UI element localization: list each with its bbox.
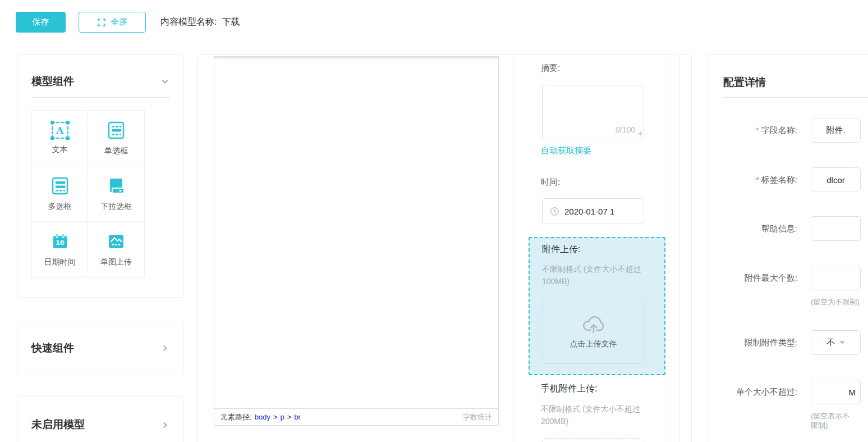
tag-name-label: *标签名称:	[708, 175, 797, 185]
editor-content-area[interactable]	[214, 59, 498, 408]
quick-components-panel[interactable]: 快速组件	[17, 321, 184, 375]
component-item-text[interactable]: A 文本	[32, 111, 88, 166]
auto-summary-link[interactable]: 自动获取摘要	[541, 145, 591, 156]
upload-dropzone[interactable]: 点击上传文件	[543, 299, 644, 364]
chevron-right-icon[interactable]	[160, 344, 169, 353]
model-canvas-panel: 元素路径: body > p > br 字数统计 摘要: 0/100 自动获取摘	[198, 54, 692, 442]
save-button[interactable]: 保存	[16, 12, 66, 33]
required-marker: *	[756, 125, 759, 135]
model-name-label: 内容模型名称:	[160, 16, 217, 28]
dropdown-select-icon	[107, 176, 126, 195]
disabled-models-title: 未启用模型	[31, 417, 85, 432]
model-components-title: 模型组件	[31, 74, 74, 89]
fullscreen-label: 全屏	[111, 17, 127, 28]
fullscreen-button[interactable]: 全屏	[79, 12, 146, 33]
help-info-input[interactable]	[811, 216, 861, 241]
max-size-label: 单个大小不超过:	[708, 387, 797, 398]
max-size-hint: (留空表示不限制)	[811, 411, 853, 430]
mobile-attachment-label: 手机附件上传:	[541, 383, 597, 395]
cloud-upload-icon	[581, 314, 606, 334]
image-upload-icon	[107, 232, 126, 251]
component-label: 文本	[52, 145, 68, 155]
upload-button-text: 点击上传文件	[570, 339, 617, 349]
required-marker: *	[756, 175, 759, 184]
summary-textarea[interactable]	[542, 85, 644, 139]
config-row-max-size: 单个大小不超过:	[708, 380, 861, 404]
element-path-br-link[interactable]: br	[294, 413, 301, 421]
divider	[668, 55, 668, 442]
config-row-help-info: 帮助信息:	[708, 216, 861, 241]
resize-handle-icon[interactable]	[637, 127, 642, 138]
fullscreen-icon	[97, 18, 106, 27]
divider	[679, 55, 680, 442]
disabled-models-panel[interactable]: 未启用模型	[17, 397, 184, 442]
max-attachments-hint: (留空为不限制)	[811, 297, 860, 307]
component-item-datetime[interactable]: 10 日期时间	[32, 222, 88, 277]
attachment-type-value: 不	[827, 338, 835, 348]
config-row-attachment-type: 限制附件类型: 不	[708, 330, 861, 355]
divider	[31, 97, 169, 98]
help-info-label: 帮助信息:	[708, 224, 797, 234]
config-row-tag-name: *标签名称:	[708, 167, 861, 192]
component-label: 下拉选框	[100, 202, 132, 212]
config-row-field-name: *字段名称:	[708, 118, 861, 143]
component-label: 单选框	[104, 146, 128, 156]
time-value: 2020-01-07 1	[564, 207, 614, 216]
component-label: 多选框	[48, 202, 72, 212]
max-size-input[interactable]	[811, 380, 861, 404]
attachment-type-label: 限制附件类型:	[708, 338, 797, 348]
divider	[723, 97, 868, 98]
path-separator: >	[287, 413, 292, 421]
editor-status-bar: 元素路径: body > p > br 字数统计	[214, 408, 498, 425]
field-name-label: *字段名称:	[708, 125, 797, 136]
element-path-p-link[interactable]: p	[280, 413, 284, 421]
time-picker-input[interactable]: 2020-01-07 1	[542, 198, 644, 224]
path-separator: >	[273, 413, 278, 421]
rich-text-editor: 元素路径: body > p > br 字数统计	[214, 56, 499, 426]
element-path-body-link[interactable]: body	[255, 413, 270, 421]
model-components-panel: 模型组件 A 文本	[17, 54, 184, 298]
divider	[513, 55, 513, 442]
attachment-upload-hint: 不限制格式 (文件大小不超过100MB)	[542, 263, 653, 288]
caret-down-icon	[839, 341, 845, 344]
toolbar: 保存 全屏 内容模型名称: 下载	[16, 12, 240, 33]
config-title: 配置详情	[723, 75, 766, 90]
model-name-value: 下载	[222, 16, 240, 28]
config-row-max-attachments: 附件最大个数:	[708, 266, 861, 290]
model-name: 内容模型名称: 下载	[160, 16, 240, 28]
component-label: 单图上传	[100, 257, 132, 267]
component-item-radio[interactable]: 单选框	[88, 111, 144, 166]
attachment-upload-field-selected[interactable]: 附件上传: 不限制格式 (文件大小不超过100MB) 点击上传文件	[529, 237, 665, 375]
word-count-button[interactable]: 字数统计	[463, 412, 492, 422]
component-item-dropdown[interactable]: 下拉选框	[88, 166, 144, 222]
tag-name-input[interactable]	[811, 167, 861, 192]
chevron-right-icon[interactable]	[160, 421, 169, 430]
clock-icon	[550, 207, 559, 216]
svg-text:10: 10	[56, 239, 65, 247]
quick-components-title: 快速组件	[31, 341, 74, 356]
model-components-header[interactable]: 模型组件	[31, 74, 169, 89]
mobile-attachment-hint: 不限制格式 (文件大小不超过200MB)	[541, 403, 652, 427]
attachment-type-select[interactable]: 不	[811, 330, 861, 355]
chevron-down-icon[interactable]	[160, 77, 169, 86]
checkbox-group-icon	[50, 176, 70, 195]
config-detail-panel: 配置详情 *字段名称: *标签名称: 帮助信息: 附件最大个数: (留空为不限制…	[707, 54, 868, 442]
radio-group-icon	[107, 121, 126, 140]
attachment-upload-label: 附件上传:	[542, 244, 580, 256]
content-model-editor-page: 保存 全屏 内容模型名称: 下载 模型组件 A 文本	[0, 0, 868, 442]
element-path-label: 元素路径:	[221, 412, 252, 422]
datetime-icon: 10	[50, 232, 70, 251]
field-name-input[interactable]	[811, 118, 861, 143]
component-item-checkbox[interactable]: 多选框	[32, 166, 88, 222]
component-label: 日期时间	[44, 257, 76, 267]
component-item-image-upload[interactable]: 单图上传	[88, 222, 144, 277]
max-attachments-input[interactable]	[811, 266, 861, 290]
mobile-upload-dropzone[interactable]	[542, 438, 644, 442]
element-path: 元素路径: body > p > br	[221, 412, 301, 422]
text-icon: A	[52, 122, 68, 139]
summary-field: 0/100	[542, 85, 644, 139]
summary-label: 摘要:	[541, 63, 560, 74]
component-grid: A 文本 单选框	[31, 110, 145, 278]
max-attachments-label: 附件最大个数:	[708, 273, 797, 284]
time-label: 时间:	[541, 177, 560, 188]
